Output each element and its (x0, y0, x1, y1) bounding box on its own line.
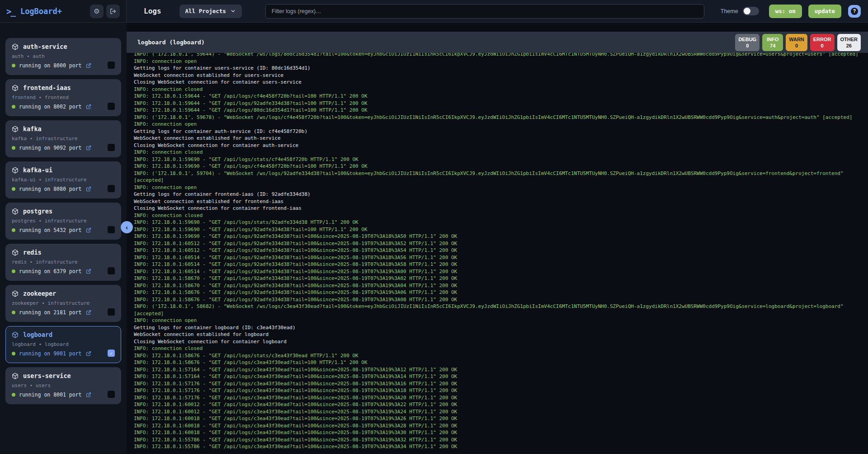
service-status-row: running on 6379 port (12, 268, 115, 274)
package-icon (12, 85, 19, 91)
help-button[interactable]: ? (848, 5, 861, 18)
service-card[interactable]: kafka kafka • infrastructure running on … (5, 120, 121, 157)
log-line: INFO: 172.18.0.1:55786 - "GET /api/logs/… (134, 436, 864, 444)
log-line: INFO: 172.18.0.1:59644 - "GET /api/logs/… (134, 107, 864, 114)
theme-toggle[interactable] (743, 7, 759, 15)
external-link-icon[interactable] (86, 186, 91, 192)
service-select-checkbox[interactable] (108, 308, 115, 316)
log-line: INFO: 172.18.0.1:59690 - "GET /api/logs/… (134, 156, 864, 163)
service-select-checkbox[interactable] (108, 350, 115, 357)
service-name-row: auth-service (12, 43, 115, 50)
ws-status-button[interactable]: ws: on (769, 5, 802, 18)
log-line: INFO: ('172.18.0.1', 59678) - "WebSocket… (134, 114, 864, 121)
log-line: [accepted] (134, 310, 864, 317)
log-line: Getting logs for container frontend-iaas… (134, 191, 864, 198)
log-line: INFO: connection closed (134, 212, 864, 219)
badge-label: INFO (767, 36, 778, 43)
project-filter-dropdown[interactable]: All Projects (179, 5, 242, 18)
service-name: users-service (23, 372, 71, 379)
badge-count: 26 (846, 43, 852, 49)
service-card[interactable]: kafka-ui kafka-ui • infrastructure runni… (5, 161, 121, 199)
badge-count: 0 (795, 43, 798, 49)
log-line: INFO: 172.18.0.1:60514 - "GET /api/logs/… (134, 268, 864, 275)
service-select-checkbox[interactable] (108, 391, 115, 398)
service-name-row: frontend-iaas (12, 84, 115, 91)
service-name: kafka-ui (23, 166, 52, 174)
service-card[interactable]: auth-service auth • auth running on 8000… (5, 38, 121, 75)
running-status-dot (12, 64, 15, 67)
log-line: INFO: 172.18.0.1:58676 - "GET /api/logs/… (134, 296, 864, 303)
log-line: INFO: 172.18.0.1:60512 - "GET /api/logs/… (134, 247, 864, 254)
topbar-main: Logs All Projects Theme ws: on update ? (127, 0, 868, 22)
question-mark-icon: ? (851, 8, 858, 15)
service-name: zookeeper (23, 290, 56, 297)
logout-button[interactable] (106, 5, 120, 18)
badge-label: DEBUG (738, 36, 756, 43)
log-line: WebSocket connection established for log… (134, 331, 864, 338)
logout-icon (110, 8, 116, 14)
badge-count: 0 (746, 43, 749, 49)
service-select-checkbox[interactable] (108, 61, 115, 69)
service-select-checkbox[interactable] (108, 185, 115, 192)
log-line: INFO: 172.18.0.1:59644 - "GET /api/logs/… (134, 93, 864, 100)
app-title: LogBoard+ (20, 7, 87, 16)
service-card[interactable]: frontend-iaas frontend • frontend runnin… (5, 79, 121, 116)
log-line: INFO: 172.18.0.1:58670 - "GET /api/logs/… (134, 282, 864, 289)
service-card[interactable]: logboard logboard • logboard running on … (5, 326, 121, 363)
log-panel-header: logboard (logboard) DEBUG 0 INFO 74 WARN… (127, 32, 868, 53)
package-icon (12, 43, 19, 50)
running-status-dot (12, 270, 15, 273)
service-status: running on 6379 port (19, 268, 81, 274)
external-link-icon[interactable] (86, 227, 91, 233)
service-select-checkbox[interactable] (108, 144, 115, 151)
service-status-row: running on 8001 port (12, 392, 115, 398)
external-link-icon[interactable] (86, 104, 91, 109)
log-line: INFO: connection open (134, 317, 864, 324)
chevron-left-icon: ‹ (126, 224, 128, 231)
service-select-checkbox[interactable] (108, 226, 115, 233)
service-card[interactable]: users-service users • users running on 8… (5, 367, 121, 404)
log-line: INFO: 172.18.0.1:58676 - "GET /api/logs/… (134, 359, 864, 366)
service-status: running on 8001 port (19, 392, 81, 398)
log-line: INFO: 172.18.0.1:60514 - "GET /api/logs/… (134, 261, 864, 268)
external-link-icon[interactable] (86, 351, 91, 356)
terminal-logo-icon: >_ (6, 6, 15, 16)
external-link-icon[interactable] (86, 269, 91, 274)
service-name-row: logboard (12, 331, 115, 338)
badge-label: OTHER (840, 36, 858, 43)
settings-button[interactable]: ⚙ (90, 5, 104, 18)
external-link-icon[interactable] (86, 63, 91, 68)
external-link-icon[interactable] (86, 310, 91, 315)
log-filter-input[interactable] (265, 4, 704, 19)
badge-label: WARN (789, 36, 804, 43)
log-output[interactable]: INFO: ('172.18.0.1', 59644) - "WebSocket… (127, 53, 868, 454)
external-link-icon[interactable] (86, 392, 91, 397)
running-status-dot (12, 187, 15, 191)
level-badges: DEBUG 0 INFO 74 WARN 0 ERROR 0 OTHER 26 (735, 34, 861, 51)
topbar: >_ LogBoard+ ⚙ Logs All Projects Theme w… (0, 0, 868, 23)
service-select-checkbox[interactable] (108, 267, 115, 274)
service-status: running on 8000 port (19, 62, 81, 69)
service-select-checkbox[interactable] (108, 103, 115, 110)
service-status: running on 5432 port (19, 227, 81, 233)
service-card[interactable]: zookeeper zookeeper • infrastructure run… (5, 285, 121, 322)
service-status: running on 9092 port (19, 145, 81, 151)
log-line: INFO: 172.18.0.1:57176 - "GET /api/logs/… (134, 394, 864, 402)
log-line: INFO: 172.18.0.1:58676 - "GET /api/logs/… (134, 289, 864, 296)
service-status-row: running on 8000 port (12, 62, 115, 69)
service-status-row: running on 8080 port (12, 186, 115, 192)
theme-label: Theme (721, 8, 738, 14)
update-button[interactable]: update (808, 5, 841, 18)
log-line: WebSocket connection established for fro… (134, 198, 864, 205)
service-card[interactable]: postgres postgres • infrastructure runni… (5, 203, 121, 240)
log-line: INFO: 172.18.0.1:57164 - "GET /api/logs/… (134, 373, 864, 380)
external-link-icon[interactable] (86, 145, 91, 151)
log-line: INFO: ('172.18.0.1', 59704) - "WebSocket… (134, 170, 864, 177)
log-line: Getting logs for container logboard (ID:… (134, 324, 864, 331)
sidebar-collapse-button[interactable]: ‹ (121, 221, 133, 233)
service-card[interactable]: redis redis • infrastructure running on … (5, 244, 121, 281)
package-icon (12, 290, 19, 297)
log-line: INFO: 172.18.0.1:60018 - "GET /api/logs/… (134, 415, 864, 422)
log-line: INFO: connection closed (134, 86, 864, 93)
services-sidebar: auth-service auth • auth running on 8000… (0, 23, 127, 454)
